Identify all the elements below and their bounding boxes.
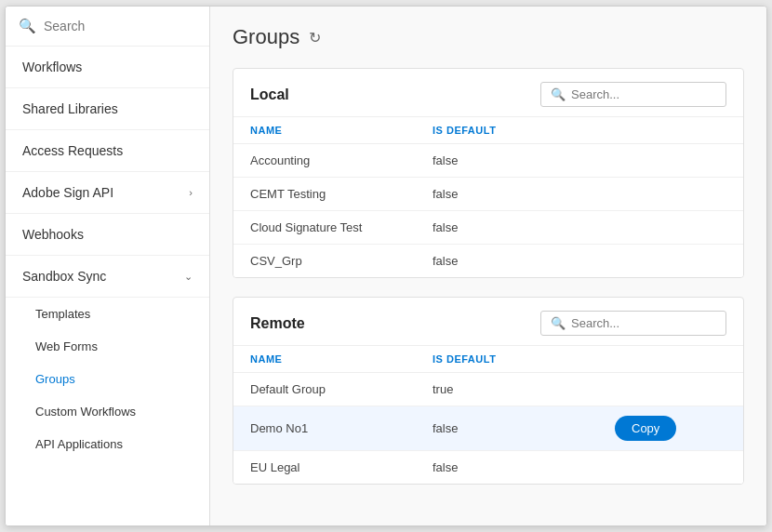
sidebar-subitem-api-applications[interactable]: API Applications: [6, 428, 209, 460]
row-name: Demo No1: [250, 421, 433, 435]
sidebar-subitem-templates[interactable]: Templates: [6, 298, 209, 330]
local-col-actions: [615, 125, 726, 136]
table-row: Accounting false: [233, 144, 743, 178]
remote-section-header: Remote 🔍: [233, 298, 743, 346]
search-icon: 🔍: [551, 316, 566, 330]
table-row: Default Group true: [233, 373, 743, 406]
sidebar-item-label: Access Requests: [22, 143, 123, 158]
local-search-box: 🔍: [540, 82, 726, 107]
local-search-input[interactable]: [571, 87, 716, 101]
sidebar-item-label: Webhooks: [22, 227, 84, 242]
row-name: Cloud Signature Test: [250, 220, 433, 234]
local-col-is-default: IS DEFAULT: [433, 125, 615, 136]
sidebar-item-webhooks[interactable]: Webhooks: [6, 214, 209, 256]
row-name: Default Group: [250, 382, 433, 396]
remote-section-title: Remote: [250, 315, 305, 332]
row-is-default: false: [433, 254, 615, 268]
sidebar-item-access-requests[interactable]: Access Requests: [6, 130, 209, 172]
local-section: Local 🔍 NAME IS DEFAULT Accounting false…: [233, 68, 744, 278]
sidebar-item-label: Adobe Sign API: [22, 185, 113, 200]
local-section-header: Local 🔍: [233, 69, 743, 117]
local-section-title: Local: [250, 86, 289, 103]
sidebar-search-container: 🔍: [6, 7, 209, 47]
row-is-default: false: [433, 187, 615, 201]
remote-search-input[interactable]: [571, 316, 716, 330]
page-title: Groups: [233, 25, 299, 49]
sidebar-subitem-label: Web Forms: [35, 339, 98, 353]
table-row: CEMT Testing false: [233, 178, 743, 211]
row-is-default: false: [433, 153, 615, 167]
remote-col-actions: [615, 353, 726, 365]
row-action: Copy: [615, 416, 726, 441]
sidebar-subitem-label: Templates: [35, 307, 90, 321]
sidebar-item-label: Workflows: [22, 60, 82, 74]
main-content: Groups ↻ Local 🔍 NAME IS DEFAULT Account…: [210, 7, 766, 525]
sidebar-item-label: Shared Libraries: [22, 101, 118, 116]
sidebar-item-label: Sandbox Sync: [22, 269, 106, 284]
row-name: Accounting: [250, 153, 433, 167]
sidebar-item-adobe-sign-api[interactable]: Adobe Sign API ›: [6, 172, 209, 214]
sidebar: 🔍 Workflows Shared Libraries Access Requ…: [6, 7, 210, 525]
remote-table-header: NAME IS DEFAULT: [233, 346, 743, 373]
refresh-icon[interactable]: ↻: [309, 29, 321, 47]
sidebar-subitem-custom-workflows[interactable]: Custom Workflows: [6, 395, 209, 428]
sidebar-item-shared-libraries[interactable]: Shared Libraries: [6, 88, 209, 130]
table-row-demo-no1: Demo No1 false Copy: [233, 406, 743, 451]
search-icon: 🔍: [551, 87, 566, 101]
remote-col-is-default: IS DEFAULT: [433, 353, 615, 365]
sidebar-subitem-groups[interactable]: Groups: [6, 363, 209, 395]
sidebar-nav: Workflows Shared Libraries Access Reques…: [6, 47, 209, 525]
page-title-container: Groups ↻: [233, 25, 744, 49]
chevron-up-icon: ⌄: [184, 271, 193, 283]
table-row: EU Legal false: [233, 451, 743, 484]
chevron-down-icon: ›: [189, 187, 193, 198]
row-is-default: false: [433, 460, 615, 474]
row-is-default: true: [433, 382, 615, 396]
sidebar-subitem-label: Groups: [35, 372, 75, 386]
search-icon: 🔍: [19, 18, 36, 34]
table-row: Cloud Signature Test false: [233, 211, 743, 245]
local-table-header: NAME IS DEFAULT: [233, 117, 743, 144]
sidebar-subitem-label: Custom Workflows: [35, 405, 136, 419]
row-is-default: false: [433, 421, 615, 435]
local-col-name: NAME: [250, 125, 433, 136]
row-name: CSV_Grp: [250, 254, 433, 268]
remote-search-box: 🔍: [540, 311, 726, 336]
sidebar-item-workflows[interactable]: Workflows: [6, 47, 209, 88]
remote-col-name: NAME: [250, 353, 433, 365]
row-name: EU Legal: [250, 460, 433, 474]
row-name: CEMT Testing: [250, 187, 433, 201]
sidebar-subitem-web-forms[interactable]: Web Forms: [6, 330, 209, 363]
app-window: 🔍 Workflows Shared Libraries Access Requ…: [5, 6, 767, 526]
search-input[interactable]: [44, 19, 196, 33]
remote-section: Remote 🔍 NAME IS DEFAULT Default Group t…: [233, 297, 744, 485]
row-is-default: false: [433, 220, 615, 234]
table-row: CSV_Grp false: [233, 245, 743, 277]
copy-button[interactable]: Copy: [615, 416, 676, 441]
sidebar-item-sandbox-sync[interactable]: Sandbox Sync ⌄: [6, 256, 209, 298]
sidebar-subitem-label: API Applications: [35, 437, 123, 451]
